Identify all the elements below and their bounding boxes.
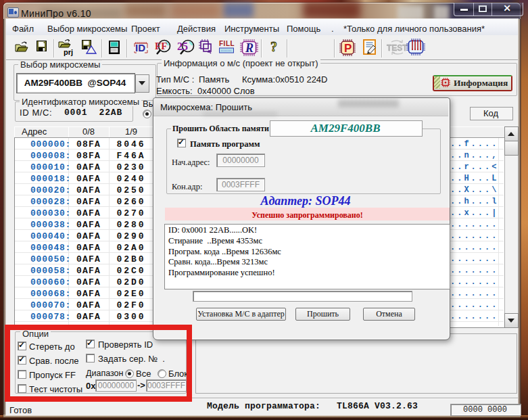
svg-text:?: ? — [270, 39, 277, 54]
svg-text:P: P — [344, 42, 352, 55]
svg-text:25: 25 — [177, 41, 188, 52]
svg-text:TEST: TEST — [387, 43, 408, 53]
svg-text:FF: FF — [155, 41, 167, 51]
svg-text:ID: ID — [135, 42, 145, 53]
svg-text:FILL: FILL — [219, 40, 235, 47]
svg-text:R: R — [245, 41, 254, 55]
